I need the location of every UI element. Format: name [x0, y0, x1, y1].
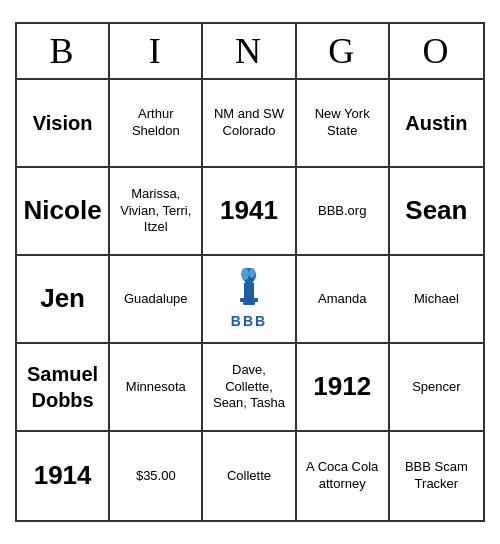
- header-letter: I: [110, 24, 203, 78]
- svg-point-1: [241, 268, 249, 280]
- bingo-cell: Jen: [17, 256, 110, 344]
- bingo-cell: BBB: [203, 256, 296, 344]
- bingo-cell: Michael: [390, 256, 483, 344]
- bingo-cell: BBB Scam Tracker: [390, 432, 483, 520]
- bingo-cell: Minnesota: [110, 344, 203, 432]
- bbb-torch-icon: [229, 268, 269, 312]
- bingo-cell: $35.00: [110, 432, 203, 520]
- bbb-logo: BBB: [229, 268, 269, 330]
- bbb-text: BBB: [231, 312, 267, 330]
- bingo-grid: VisionArthur SheldonNM and SW ColoradoNe…: [17, 80, 483, 520]
- bingo-cell: Samuel Dobbs: [17, 344, 110, 432]
- svg-rect-4: [240, 298, 258, 302]
- header-letter: G: [297, 24, 390, 78]
- bingo-cell: Guadalupe: [110, 256, 203, 344]
- bingo-cell: 1941: [203, 168, 296, 256]
- header-letter: N: [203, 24, 296, 78]
- bingo-cell: Sean: [390, 168, 483, 256]
- bingo-card: BINGO VisionArthur SheldonNM and SW Colo…: [15, 22, 485, 522]
- header-letter: B: [17, 24, 110, 78]
- header-letter: O: [390, 24, 483, 78]
- bingo-cell: Arthur Sheldon: [110, 80, 203, 168]
- bingo-cell: 1912: [297, 344, 390, 432]
- bingo-cell: Spencer: [390, 344, 483, 432]
- bingo-cell: Nicole: [17, 168, 110, 256]
- svg-point-2: [249, 268, 255, 278]
- bingo-cell: Austin: [390, 80, 483, 168]
- svg-rect-5: [243, 302, 255, 305]
- bingo-header: BINGO: [17, 24, 483, 80]
- bingo-cell: Vision: [17, 80, 110, 168]
- bingo-cell: Marissa, Vivian, Terri, Itzel: [110, 168, 203, 256]
- bingo-cell: BBB.org: [297, 168, 390, 256]
- bingo-cell: 1914: [17, 432, 110, 520]
- bingo-cell: Amanda: [297, 256, 390, 344]
- bingo-cell: Collette: [203, 432, 296, 520]
- bingo-cell: NM and SW Colorado: [203, 80, 296, 168]
- bingo-cell: A Coca Cola attorney: [297, 432, 390, 520]
- svg-rect-3: [244, 282, 254, 300]
- bingo-cell: Dave, Collette, Sean, Tasha: [203, 344, 296, 432]
- bingo-cell: New York State: [297, 80, 390, 168]
